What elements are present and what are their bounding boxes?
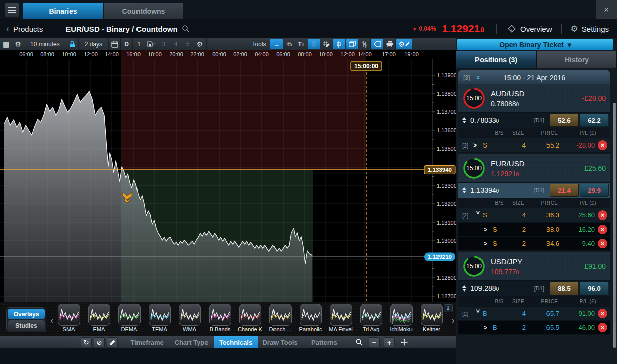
tab-patterns[interactable]: Patterns bbox=[302, 336, 347, 348]
price-chart[interactable]: 1.139001.138001.137001.136001.135001.133… bbox=[0, 50, 456, 302]
settings-button[interactable]: ⚙ Settings bbox=[571, 24, 609, 34]
indicator-item-tri-avg[interactable]: Tri Avg bbox=[359, 304, 383, 332]
tab-positions[interactable]: Positions (3) bbox=[456, 51, 536, 68]
close-trade-icon[interactable]: × bbox=[598, 210, 607, 220]
search-icon[interactable] bbox=[182, 25, 190, 33]
hamburger-menu-icon[interactable] bbox=[4, 3, 19, 17]
trade-row[interactable]: [2] > S 2 38.0 16.20 × bbox=[458, 223, 610, 237]
calendar-icon[interactable] bbox=[109, 38, 121, 50]
clear-drawings-icon[interactable]: ⊘ bbox=[94, 337, 105, 347]
layout-slot-5[interactable]: 5 bbox=[182, 38, 194, 50]
indicator-item-ichimoku[interactable]: IchiMoku bbox=[389, 304, 413, 332]
indicator-thumbnail[interactable] bbox=[300, 304, 322, 326]
indicator-thumbnail[interactable] bbox=[118, 304, 141, 326]
chart-settings-gear-icon[interactable]: ⚙ bbox=[12, 38, 24, 50]
indicator-item-donch-[interactable]: Donch ... bbox=[268, 304, 292, 332]
trade-row[interactable]: [2] > S 2 34.6 9.40 × bbox=[458, 237, 610, 251]
expand-chevron-icon[interactable]: > bbox=[484, 324, 493, 331]
indicator-thumbnail[interactable] bbox=[360, 304, 382, 326]
indicator-thumbnail[interactable] bbox=[330, 304, 352, 326]
tools-settings-edit-icon[interactable]: ⚙ bbox=[396, 39, 412, 49]
strike-row[interactable]: 109.2880 [D1] 88.5 96.0 bbox=[458, 281, 610, 297]
grid-edit-icon[interactable] bbox=[320, 38, 332, 50]
indicator-item-chande-k[interactable]: Chande K bbox=[238, 304, 262, 332]
percent-scale-icon[interactable]: % bbox=[283, 38, 295, 50]
indicator-item-parabolic[interactable]: Parabolic bbox=[299, 304, 322, 332]
close-trade-icon[interactable]: × bbox=[598, 323, 607, 332]
trade-row[interactable]: [2] > B 2 65.5 46.00 × bbox=[458, 321, 610, 335]
save-layout-icon[interactable]: 2 bbox=[145, 38, 158, 50]
grid-icon[interactable] bbox=[308, 39, 320, 49]
zoom-out-icon[interactable]: − bbox=[369, 337, 380, 347]
indicator-item-ma-envel[interactable]: MA Envel bbox=[329, 304, 353, 332]
indicator-item-keltner[interactable]: Keltner bbox=[420, 304, 443, 332]
expand-chevron-icon[interactable]: > bbox=[484, 226, 493, 233]
back-chevron-icon[interactable]: ‹ bbox=[6, 24, 9, 34]
indicator-thumbnail[interactable] bbox=[209, 304, 231, 326]
tab-overlays[interactable]: Overlays bbox=[8, 309, 45, 319]
indicator-item-wma[interactable]: WMA bbox=[178, 304, 201, 332]
layout-slot-3[interactable]: 3 bbox=[158, 38, 170, 50]
expand-chevron-icon[interactable]: > bbox=[484, 240, 493, 247]
scroll-right-chevron-icon[interactable]: › bbox=[451, 314, 455, 327]
indicator-thumbnail[interactable] bbox=[58, 304, 80, 326]
buy-price-button[interactable]: 29.9 bbox=[580, 184, 609, 197]
buy-price-button[interactable]: 96.0 bbox=[580, 282, 609, 295]
overview-button[interactable]: i Overview bbox=[507, 24, 552, 34]
price-tag-icon[interactable] bbox=[371, 39, 383, 49]
sell-price-button[interactable]: 52.6 bbox=[550, 114, 579, 127]
close-trade-icon[interactable]: × bbox=[598, 225, 607, 234]
indicator-thumbnail[interactable] bbox=[179, 304, 201, 326]
close-trade-icon[interactable]: × bbox=[598, 309, 607, 318]
indicator-item-tema[interactable]: TEMA bbox=[148, 304, 171, 332]
indicator-thumbnail[interactable] bbox=[149, 304, 171, 326]
indicator-item-dema[interactable]: DEMA bbox=[117, 304, 141, 332]
strike-row[interactable]: 0.780330 [D1] 52.6 62.2 bbox=[458, 113, 610, 128]
expand-chevron-icon[interactable]: > bbox=[474, 211, 482, 220]
hilo-bars-icon[interactable] bbox=[359, 38, 371, 50]
panel-scrollbar[interactable] bbox=[613, 103, 616, 348]
close-trade-icon[interactable]: × bbox=[598, 239, 607, 248]
lock-icon[interactable] bbox=[66, 38, 79, 50]
expand-chevron-icon[interactable]: > bbox=[473, 142, 483, 149]
indicator-thumbnail[interactable] bbox=[269, 304, 292, 326]
position-card-usdjpy[interactable]: 15:00 USD/JPY 109.7770 £91.00 109.2880 [… bbox=[458, 252, 610, 335]
text-size-icon[interactable]: TT bbox=[295, 38, 307, 50]
buy-price-button[interactable]: 62.2 bbox=[580, 114, 609, 127]
indicator-item-b-bands[interactable]: B Bands bbox=[208, 304, 232, 332]
tab-studies[interactable]: Studies bbox=[8, 320, 45, 331]
trade-row[interactable]: [2] > S 4 55.2 -28.00 × bbox=[458, 138, 610, 153]
windows-layers-icon[interactable] bbox=[346, 39, 358, 49]
layout-slot-4[interactable]: 4 bbox=[170, 38, 182, 50]
products-link[interactable]: Products bbox=[13, 25, 43, 33]
layout-gear-icon[interactable]: ⚙ bbox=[194, 38, 207, 50]
position-card-audusd[interactable]: 15:00 AUD/USD 0.780880 -£28.00 0.780330 … bbox=[458, 84, 610, 153]
zoom-in-icon[interactable]: + bbox=[384, 337, 395, 347]
sell-price-button[interactable]: 88.5 bbox=[550, 282, 579, 295]
trade-row[interactable]: [2] > S 4 36.3 25.60 × bbox=[458, 208, 610, 223]
indicator-item-ema[interactable]: EMA bbox=[87, 304, 111, 332]
collapse-panel-icon[interactable]: ⇓ bbox=[444, 304, 453, 312]
indicator-item-sma[interactable]: SMA bbox=[57, 304, 81, 332]
tab-draw-tools[interactable]: Draw Tools bbox=[258, 336, 302, 348]
print-icon[interactable] bbox=[384, 38, 396, 50]
indicator-thumbnail[interactable] bbox=[239, 304, 261, 326]
indicator-thumbnail[interactable] bbox=[421, 304, 443, 326]
refresh-icon[interactable]: ↻ bbox=[81, 337, 92, 347]
back-tool-icon[interactable]: ← bbox=[270, 39, 283, 49]
sell-price-button[interactable]: 21.4 bbox=[550, 184, 579, 197]
tab-timeframe[interactable]: Timeframe bbox=[125, 336, 169, 348]
indicator-thumbnail[interactable] bbox=[88, 304, 110, 326]
layout-slot-1[interactable]: 1 bbox=[133, 38, 145, 50]
tab-technicals[interactable]: Technicals bbox=[214, 336, 258, 348]
open-binary-ticket-button[interactable]: Open Binary Ticket ▾ bbox=[457, 39, 613, 50]
close-icon[interactable]: × bbox=[595, 0, 617, 19]
position-card-eurusd[interactable]: 15:00 EUR/USD 1.129210 £25.60 1.133940 [… bbox=[458, 154, 610, 251]
scroll-left-chevron-icon[interactable]: ‹ bbox=[50, 314, 54, 327]
tab-chart-type[interactable]: Chart Type bbox=[169, 336, 214, 348]
candlestick-icon[interactable] bbox=[333, 39, 345, 49]
indicator-thumbnail[interactable] bbox=[390, 304, 413, 326]
depth-d-button[interactable]: D bbox=[121, 38, 133, 50]
tab-history[interactable]: History bbox=[536, 51, 617, 68]
pencil-icon[interactable] bbox=[107, 337, 118, 347]
